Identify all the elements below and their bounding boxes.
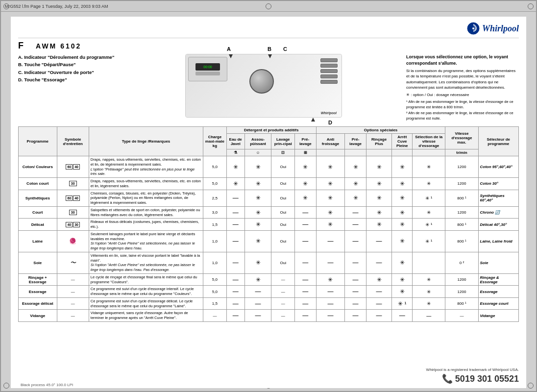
arrow-a [229, 54, 233, 58]
cell-charge: 2,5 [203, 190, 226, 206]
cell-rincage-plus: ✳ [366, 190, 391, 206]
cell-arret-cuve: ✳ [392, 230, 413, 252]
cell-symbole: — [57, 310, 89, 322]
cell-vitesse-max: 800 ¹ [445, 230, 478, 252]
label-B: B [268, 46, 271, 52]
table-row: Synthétiques6040Chemises, corsages, blou… [19, 190, 519, 206]
cell-eau-javel: — [226, 273, 244, 286]
cell-anti-froissage: — [316, 230, 344, 252]
btn4[interactable] [320, 74, 338, 78]
cell-rincage-plus: ✳ [366, 219, 391, 231]
cell-pre-lavage2: ✳ [345, 156, 366, 178]
cell-selecteur: Soie [478, 252, 518, 273]
cell-arret-cuve: ✳ [392, 286, 413, 298]
table-row: Coton court30Draps, nappes, sous-vêtemen… [19, 178, 519, 190]
cell-selection-vitesse: ✳ ¹ [413, 190, 445, 206]
right-text-section: Lorsque vous sélectionnez une option, le… [406, 54, 519, 122]
instruction-d: D. Touche "Essorage" [18, 76, 121, 83]
cell-rincage-plus: ✳ [366, 273, 391, 286]
corner-mark-tl [3, 3, 9, 9]
cell-programme: Laine [19, 230, 57, 252]
cell-selection-vitesse: ✳ ¹ [413, 230, 445, 252]
cell-arret-cuve: — [392, 310, 413, 322]
model-name: AWM 6102 [36, 42, 81, 50]
instruction-c: C. Indicateur "Ouverture de porte" [18, 69, 121, 75]
center-washer-diagram: A B C 00:00 [126, 54, 401, 118]
cell-selection-vitesse: ✳ [413, 297, 445, 310]
th-prelavage: Pré-lavage [294, 134, 316, 149]
table-header-row1: Programme Symbole d'entretien Type de li… [19, 127, 519, 134]
cell-symbole: — [57, 286, 89, 298]
btn1[interactable] [320, 58, 338, 62]
cell-anti-froissage: ✳ [316, 219, 344, 231]
cell-assoupissant: — [244, 297, 271, 310]
cell-rincage-plus: ✳ [366, 156, 391, 178]
btn5[interactable] [320, 80, 338, 84]
cell-eau-javel: ✳ [226, 178, 244, 190]
cell-rincage-plus: ✳ [366, 178, 391, 190]
th-programme: Programme [19, 127, 57, 156]
cell-type-linge: Ce programme est suivi d'un cycle d'esso… [89, 286, 203, 298]
cell-assoupissant: — [244, 286, 271, 298]
cell-assoupissant: ✳ [244, 156, 271, 178]
cell-assoupissant: ✳ [244, 273, 271, 286]
cell-eau-javel: — [226, 286, 244, 298]
cell-pre-lavage2: — [345, 219, 366, 231]
th-selecteur: Sélecteur de programme [478, 127, 518, 156]
th-selection-icon [413, 149, 445, 156]
btn3[interactable] [320, 69, 338, 73]
th-vitesse-unit: tr/min [445, 149, 478, 156]
cell-selecteur: Rinçage & Essorage [478, 273, 518, 286]
program-knob[interactable] [249, 69, 274, 94]
th-lavage-icon: ⊡ [271, 149, 294, 156]
corner-mark-tm [266, 3, 271, 9]
cell-eau-javel: — [226, 206, 244, 219]
left-instructions: A. Indicateur "Déroulement du programme"… [18, 54, 121, 84]
cell-selecteur: Coton 95°,60°,40° [478, 156, 518, 178]
cell-vitesse-max: 1200 [445, 273, 478, 286]
cell-type-linge: Vêtements en lin, soie, laine et viscose… [89, 252, 203, 273]
cell-eau-javel: ✳ [226, 156, 244, 178]
cell-symbole: 🧶 [57, 230, 89, 252]
cell-pre-lavage2: — [345, 206, 366, 219]
th-symbole: Symbole d'entretien [57, 127, 89, 156]
cell-assoupissant: ✳ [244, 230, 271, 252]
cell-lavage: Oui [271, 230, 294, 252]
cell-symbole: 6040 [57, 156, 89, 178]
cell-rincage-plus: — [366, 252, 391, 273]
table-body: Coton/ Couleurs6040Draps, nappes, sous-v… [19, 156, 519, 322]
cell-lavage: — [271, 310, 294, 322]
table-row: Coton/ Couleurs6040Draps, nappes, sous-v… [19, 156, 519, 178]
cell-vitesse-max: 800 ¹ [445, 190, 478, 206]
cell-selection-vitesse: — [413, 310, 445, 322]
table-row: Délicat4030Rideaux et tissus délicats (c… [19, 219, 519, 231]
th-type: Type de linge /Remarques [89, 127, 203, 156]
th-rincage-icon [366, 149, 391, 156]
th-prelavage-icon: ⊞ [294, 149, 316, 156]
cell-selecteur: Délicat 40°,30° [478, 219, 518, 231]
th-assoupissant: Assou-pûissant [244, 134, 271, 149]
cell-rincage-plus: — [366, 310, 391, 322]
whirlpool-logo: Whirlpool [466, 22, 519, 35]
cell-eau-javel: — [226, 297, 244, 310]
right-text-footnote2: ² Afin de ne pas endommager le linge, la… [406, 111, 519, 121]
display-section: 00:00 [188, 57, 227, 81]
th-eau-javel: Eau de Javel [226, 134, 244, 149]
cell-arret-cuve: ✳ [392, 178, 413, 190]
cell-symbole: 〜 [57, 252, 89, 273]
th-eau-javel-icon: ⚗ [226, 149, 244, 156]
cell-assoupissant: ✳ [244, 252, 271, 273]
phone-icon: 📞 [442, 373, 453, 384]
cell-selection-vitesse: ✳ [413, 286, 445, 298]
cell-prelavage: — [294, 297, 316, 310]
cell-prelavage: — [294, 273, 316, 286]
right-text-title: Lorsque vous sélectionnez une option, le… [406, 54, 519, 66]
cell-pre-lavage2: ✳ [345, 178, 366, 190]
cell-vitesse-max: 1200 [445, 156, 478, 178]
cell-programme: Essorage délicat [19, 297, 57, 310]
cell-lavage: Oui [271, 190, 294, 206]
cell-charge: 3,0 [203, 206, 226, 219]
label-D: D [328, 120, 332, 125]
btn2[interactable] [320, 64, 338, 68]
th-detergent-group: Détergent et produits additifs [226, 127, 316, 134]
